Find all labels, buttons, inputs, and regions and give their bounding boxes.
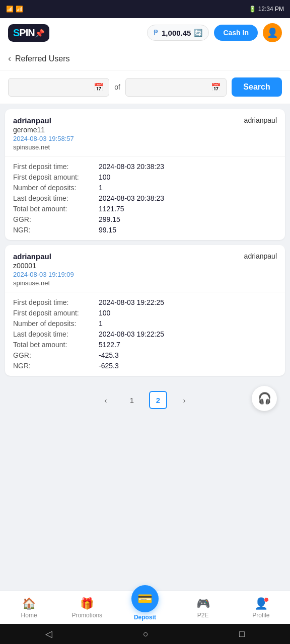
user-card-1: adrianpaul z00001 2024-08-03 19:19:09 sp… xyxy=(5,245,285,376)
main-content: adrianpaul gerome11 2024-08-03 19:58:57 … xyxy=(0,104,290,644)
bottom-nav: 🏠 Home 🎁 Promotions 💳 Deposit 🎮 P2E 👤 Pr… xyxy=(0,591,290,624)
label-first-deposit-amount-1: First deposit amount: xyxy=(13,309,99,317)
value-first-deposit-time-1: 2024-08-03 19:22:25 xyxy=(99,298,164,306)
user-card-0: adrianpaul gerome11 2024-08-03 19:58:57 … xyxy=(5,109,285,240)
value-last-deposit-time-0: 2024-08-03 20:38:23 xyxy=(99,194,164,202)
cash-in-button[interactable]: Cash In xyxy=(214,25,258,41)
page-title: Referred Users xyxy=(15,54,69,63)
support-button[interactable]: 🎧 xyxy=(252,386,277,411)
detail-num-deposits-1: Number of deposits: 1 xyxy=(13,319,277,328)
label-ggr: GGR: xyxy=(13,215,99,223)
user-card-1-header: adrianpaul z00001 2024-08-03 19:19:09 sp… xyxy=(5,245,285,292)
user-card-0-site: spinsuse.net xyxy=(13,143,74,151)
user-card-1-info: adrianpaul z00001 2024-08-03 19:19:09 sp… xyxy=(13,252,74,287)
status-battery: 🔋 xyxy=(249,6,256,13)
nav-item-promotions[interactable]: 🎁 Promotions xyxy=(69,597,105,619)
android-bar: ◁ ○ □ xyxy=(0,624,290,644)
user-card-0-header: adrianpaul gerome11 2024-08-03 19:58:57 … xyxy=(5,109,285,156)
user-card-1-details: First deposit time: 2024-08-03 19:22:25 … xyxy=(5,292,285,376)
header-right: ₱ 1,000.45 🔄 Cash In 👤 xyxy=(147,23,282,42)
user-card-1-date: 2024-08-03 19:19:09 xyxy=(13,271,74,278)
detail-total-bet-0: Total bet amount: 1121.75 xyxy=(13,205,277,213)
status-time: 12:34 PM xyxy=(258,6,284,13)
detail-last-deposit-time-1: Last deposit time: 2024-08-03 19:22:25 xyxy=(13,330,277,338)
value-num-deposits-1: 1 xyxy=(99,319,103,328)
nav-item-p2e[interactable]: 🎮 P2E xyxy=(185,597,221,619)
detail-ggr-1: GGR: -425.3 xyxy=(13,351,277,359)
label-ggr-1: GGR: xyxy=(13,351,99,359)
value-first-deposit-amount-0: 100 xyxy=(99,173,110,181)
detail-first-deposit-amount-1: First deposit amount: 100 xyxy=(13,309,277,317)
value-ngr-0: 99.15 xyxy=(99,226,116,234)
nav-label-home: Home xyxy=(21,612,37,619)
nav-label-promotions: Promotions xyxy=(71,612,102,619)
logo: SPIN📌 xyxy=(8,24,49,42)
user-card-0-username: gerome11 xyxy=(13,126,74,134)
p2e-icon: 🎮 xyxy=(196,597,210,610)
pagination-next[interactable]: › xyxy=(175,391,193,409)
home-icon: 🏠 xyxy=(22,597,36,610)
android-recents[interactable]: □ xyxy=(239,629,245,639)
label-last-deposit-time-1: Last deposit time: xyxy=(13,330,99,338)
nav-item-home[interactable]: 🏠 Home xyxy=(12,597,47,619)
detail-num-deposits-0: Number of deposits: 1 xyxy=(13,184,277,192)
search-button[interactable]: Search xyxy=(232,77,282,97)
nav-label-deposit: Deposit xyxy=(134,614,156,621)
value-ggr-1: -425.3 xyxy=(99,351,119,359)
label-first-deposit-time: First deposit time: xyxy=(13,163,99,171)
nav-item-profile[interactable]: 👤 Profile xyxy=(243,597,278,619)
nav-item-deposit[interactable]: 💳 Deposit xyxy=(127,595,163,621)
label-total-bet: Total bet amount: xyxy=(13,205,99,213)
label-ngr: NGR: xyxy=(13,226,99,234)
deposit-icon: 💳 xyxy=(137,592,153,606)
status-wifi: 📶 xyxy=(16,6,23,13)
deposit-circle: 💳 xyxy=(131,585,159,612)
detail-first-deposit-amount-0: First deposit amount: 100 xyxy=(13,173,277,181)
label-num-deposits: Number of deposits: xyxy=(13,184,99,192)
pagination-prev[interactable]: ‹ xyxy=(97,391,115,409)
user-card-1-username: z00001 xyxy=(13,262,74,270)
user-card-0-date: 2024-08-03 19:58:57 xyxy=(13,135,74,142)
status-right: 🔋 12:34 PM xyxy=(249,6,284,13)
value-total-bet-1: 5122.7 xyxy=(99,341,120,349)
value-ggr-0: 299.15 xyxy=(99,215,120,223)
label-first-deposit-time-1: First deposit time: xyxy=(13,298,99,306)
search-bar: 📅 of 📅 Search xyxy=(0,70,290,104)
refresh-icon[interactable]: 🔄 xyxy=(194,29,202,37)
android-home[interactable]: ○ xyxy=(143,629,149,639)
of-separator: of xyxy=(114,83,120,91)
detail-ggr-0: GGR: 299.15 xyxy=(13,215,277,223)
label-ngr-1: NGR: xyxy=(13,362,99,370)
pagination-page-2[interactable]: 2 xyxy=(149,391,167,409)
date-from-input[interactable]: 📅 xyxy=(8,78,109,97)
back-arrow-icon[interactable]: ‹ xyxy=(8,53,11,64)
user-card-0-referrer: adrianpaul xyxy=(13,116,74,125)
pagination: ‹ 1 2 › 🎧 xyxy=(5,381,285,449)
profile-icon: 👤 xyxy=(254,597,268,610)
status-signal: 📶 xyxy=(6,6,14,13)
value-first-deposit-amount-1: 100 xyxy=(99,309,110,317)
nav-label-p2e: P2E xyxy=(197,612,209,619)
balance-amount: 1,000.45 xyxy=(162,29,191,37)
status-bar: 📶 📶 🔋 12:34 PM xyxy=(0,0,290,18)
detail-first-deposit-time-0: First deposit time: 2024-08-03 20:38:23 xyxy=(13,163,277,171)
value-ngr-1: -625.3 xyxy=(99,362,119,370)
calendar-from-icon: 📅 xyxy=(94,83,104,92)
user-card-0-referred-by: adrianpaul xyxy=(244,116,277,124)
android-back[interactable]: ◁ xyxy=(45,628,52,639)
promotions-icon: 🎁 xyxy=(80,597,94,610)
value-num-deposits-0: 1 xyxy=(99,184,103,192)
avatar[interactable]: 👤 xyxy=(263,23,282,42)
currency-symbol: ₱ xyxy=(154,28,159,37)
date-to-input[interactable]: 📅 xyxy=(125,78,227,97)
detail-total-bet-1: Total bet amount: 5122.7 xyxy=(13,341,277,349)
pagination-page-1[interactable]: 1 xyxy=(123,391,141,409)
detail-first-deposit-time-1: First deposit time: 2024-08-03 19:22:25 xyxy=(13,298,277,306)
user-card-0-details: First deposit time: 2024-08-03 20:38:23 … xyxy=(5,156,285,240)
user-card-0-info: adrianpaul gerome11 2024-08-03 19:58:57 … xyxy=(13,116,74,151)
logo-text: SPIN📌 xyxy=(13,27,44,39)
back-nav: ‹ Referred Users xyxy=(0,47,290,70)
user-card-1-referred-by: adrianpaul xyxy=(244,252,277,260)
detail-last-deposit-time-0: Last deposit time: 2024-08-03 20:38:23 xyxy=(13,194,277,202)
balance-box: ₱ 1,000.45 🔄 xyxy=(147,25,209,41)
